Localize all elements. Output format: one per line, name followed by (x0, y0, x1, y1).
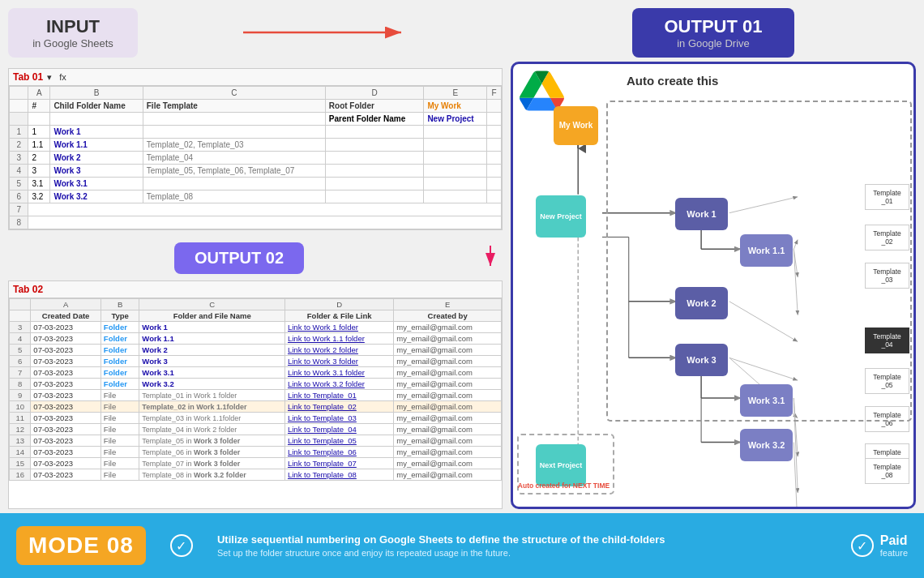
name-cell: Template_02 in Work 1.1folder (139, 401, 285, 413)
name-cell: Template_03 in Work 1.1folder (139, 413, 285, 424)
email-cell: my_email@gmail.com (394, 469, 502, 481)
parent-folder-label: Parent Folder Name (325, 113, 424, 126)
tab02-col-c: C (139, 299, 285, 310)
my-work-folder: My Work (554, 106, 598, 145)
left-panel: INPUT in Google Sheets (8, 8, 503, 509)
col-header-row (10, 87, 28, 100)
table-row: 13 07-03-2023 File Template_05 in Work 3… (10, 435, 502, 447)
table-row: 5 07-03-2023 Folder Work 2 Link to Work … (10, 345, 502, 356)
row-num: 1 (10, 126, 28, 139)
work1-folder: Work 1 (675, 198, 728, 230)
bottom-description: Utilize sequential numbering on Google S… (217, 533, 835, 558)
template-cell (143, 126, 325, 139)
col-A: A (28, 87, 50, 100)
row-num: 4 (10, 165, 28, 178)
table-row: 1 1 Work 1 (10, 126, 502, 139)
name-cell: Work 2 (50, 152, 143, 165)
date-cell: 07-03-2023 (31, 390, 101, 401)
svg-line-29 (794, 443, 798, 507)
empty-row (28, 216, 502, 229)
type-cell: Folder (101, 367, 139, 379)
f-cell (487, 126, 502, 139)
blank-f-header (487, 100, 502, 113)
table-row: 15 07-03-2023 File Template_07 in Work 3… (10, 458, 502, 469)
output01-title: OUTPUT 01 (648, 16, 778, 37)
type-cell: File (101, 435, 139, 447)
name-cell: Work 3.2 (139, 379, 285, 390)
output02-label-box: OUTPUT 02 (174, 242, 304, 274)
name-cell: Work 3 (139, 356, 285, 367)
row-num: 5 (10, 178, 28, 191)
email-cell: my_email@gmail.com (394, 356, 502, 367)
date-cell: 07-03-2023 (31, 435, 101, 447)
e-cell (424, 165, 487, 178)
link-cell: Link to Work 3 folder (284, 356, 393, 367)
link-cell: Link to Template_02 (284, 401, 393, 413)
output02-arrow (478, 246, 503, 270)
type-cell: File (101, 458, 139, 469)
template06-box: Template_06 (865, 406, 909, 432)
row-num: 13 (10, 435, 31, 447)
tab02-col-a: A (31, 299, 101, 310)
col-D: D (325, 87, 424, 100)
e-cell (424, 191, 487, 203)
type-cell: Folder (101, 379, 139, 390)
type-cell: File (101, 401, 139, 413)
link-cell: Link to Template_01 (284, 390, 393, 401)
name-cell: Work 1.1 (139, 333, 285, 345)
row-num: 14 (10, 447, 31, 458)
blank-f2 (487, 113, 502, 126)
date-cell: 07-03-2023 (31, 367, 101, 379)
date-cell: 07-03-2023 (31, 322, 101, 333)
date-cell: 07-03-2023 (31, 458, 101, 469)
row-num: 3 (10, 152, 28, 165)
name-cell: Template_04 in Work 2 folder (139, 424, 285, 435)
created-date-header: Created Date (31, 310, 101, 322)
row-num: 5 (10, 345, 31, 356)
name-cell: Work 3.1 (139, 367, 285, 379)
svg-line-23 (794, 249, 798, 315)
parent-value: New Project (424, 113, 487, 126)
drive-logo (520, 71, 564, 111)
work1-1-folder: Work 1.1 (740, 234, 793, 267)
row-num: 2 (10, 139, 28, 152)
email-cell: my_email@gmail.com (394, 413, 502, 424)
col-F: F (487, 87, 502, 100)
table-row: 3 07-03-2023 Folder Work 1 Link to Work … (10, 322, 502, 333)
link-cell: Link to Work 1.1 folder (284, 333, 393, 345)
d-cell (325, 152, 424, 165)
work3-2-folder: Work 3.2 (740, 429, 793, 461)
table-row: 11 07-03-2023 File Template_03 in Work 1… (10, 413, 502, 424)
row-num: 8 (10, 216, 28, 229)
type-cell: File (101, 469, 139, 481)
table-row: 4 3 Work 3 Template_05, Template_06, Tem… (10, 165, 502, 178)
f-cell (487, 178, 502, 191)
child-folder-header: Child Folder Name (50, 100, 143, 113)
email-cell: my_email@gmail.com (394, 345, 502, 356)
num-cell: 3.1 (28, 178, 50, 191)
link-cell: Link to Template_07 (284, 458, 393, 469)
template04-box: Template_04 (865, 328, 909, 353)
row-num: 12 (10, 424, 31, 435)
date-cell: 07-03-2023 (31, 469, 101, 481)
blank-c (143, 113, 325, 126)
template02-box: Template_02 (865, 225, 909, 250)
d-cell (325, 126, 424, 139)
date-cell: 07-03-2023 (31, 413, 101, 424)
link-cell: Link to Template_03 (284, 413, 393, 424)
d-cell (325, 165, 424, 178)
row-num: 16 (10, 469, 31, 481)
table-row: 9 07-03-2023 File Template_01 in Work 1 … (10, 390, 502, 401)
root-value-header: My Work (424, 100, 487, 113)
e-cell (424, 178, 487, 191)
table-row: 7 (10, 203, 502, 216)
output02-title: OUTPUT 02 (190, 249, 288, 268)
email-cell: my_email@gmail.com (394, 379, 502, 390)
link-cell: Link to Work 1 folder (284, 322, 393, 333)
link-cell: Link to Template_06 (284, 447, 393, 458)
tab02-col-e: E (394, 299, 502, 310)
row-num: 9 (10, 390, 31, 401)
row-num: 7 (10, 203, 28, 216)
template05-box: Template_05 (865, 368, 909, 394)
mode-badge: MODE 08 (16, 526, 146, 565)
